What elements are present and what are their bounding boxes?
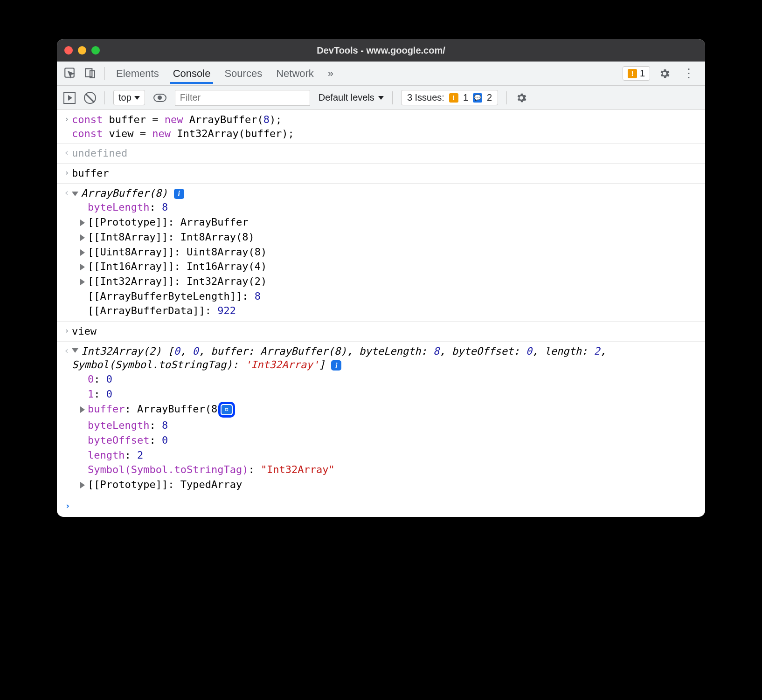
code-text: view [72, 324, 700, 338]
expand-toggle-icon[interactable] [72, 348, 78, 353]
window-controls [64, 46, 100, 55]
result-icon: ‹ [62, 146, 72, 160]
close-icon[interactable] [64, 46, 73, 55]
issues-warn-count: 1 [463, 92, 468, 103]
expand-toggle-icon[interactable] [72, 192, 78, 196]
console-entry[interactable]: › buffer [57, 164, 705, 184]
code-text: buffer [72, 166, 700, 180]
console-result[interactable]: ‹ ArrayBuffer(8) i byteLength: 8 [[Proto… [57, 184, 705, 322]
result-icon: ‹ [62, 344, 72, 492]
memory-inspector-icon[interactable]: ⚃ [218, 402, 235, 418]
object-header: ArrayBuffer(8) [81, 187, 167, 199]
info-icon[interactable]: i [174, 189, 184, 199]
issues-label: 3 Issues: [407, 92, 444, 103]
expand-toggle-icon[interactable] [80, 234, 85, 241]
prompt-icon: › [62, 324, 72, 338]
main-toolbar: Elements Console Sources Network » ! 1 ⋮ [57, 62, 705, 86]
expand-toggle-icon[interactable] [80, 249, 85, 256]
console-toolbar: top Default levels 3 Issues: ! 1 💬 2 [57, 86, 705, 110]
devtools-window: DevTools - www.google.com/ Elements Cons… [57, 39, 705, 517]
prompt-icon: › [62, 500, 73, 512]
console-entry[interactable]: › const buffer = new ArrayBuffer(8); con… [57, 110, 705, 144]
expand-toggle-icon[interactable] [80, 279, 85, 285]
separator [104, 91, 105, 104]
warning-icon: ! [449, 93, 458, 103]
clear-console-icon[interactable] [84, 92, 96, 104]
info-icon: 💬 [473, 93, 482, 103]
filter-input[interactable] [175, 90, 310, 106]
zoom-icon[interactable] [91, 46, 100, 55]
issues-info-count: 2 [487, 92, 492, 103]
sidebar-toggle-icon[interactable] [63, 92, 76, 104]
code-text: const buffer = new ArrayBuffer(8); const… [72, 113, 700, 140]
tabs-more[interactable]: » [325, 63, 336, 84]
warning-icon: ! [628, 69, 637, 78]
device-toggle-icon[interactable] [84, 67, 96, 81]
inspect-icon[interactable] [63, 67, 76, 81]
svg-rect-1 [85, 69, 92, 76]
expand-toggle-icon[interactable] [80, 482, 85, 488]
console-result[interactable]: ‹ Int32Array(2) [0, 0, buffer: ArrayBuff… [57, 342, 705, 495]
object-tree: byteLength: 8 [[Prototype]]: ArrayBuffer… [72, 200, 700, 318]
context-label: top [118, 92, 132, 103]
prompt-icon: › [62, 166, 72, 180]
console-prompt[interactable]: › [57, 495, 705, 517]
warning-count: 1 [640, 68, 645, 79]
settings-icon[interactable] [658, 68, 671, 80]
separator [506, 91, 507, 104]
tab-elements[interactable]: Elements [113, 63, 162, 84]
tab-console[interactable]: Console [170, 63, 214, 84]
console-settings-icon[interactable] [515, 92, 527, 104]
more-menu-icon[interactable]: ⋮ [679, 66, 699, 81]
expand-toggle-icon[interactable] [80, 264, 85, 270]
tab-sources[interactable]: Sources [222, 63, 265, 84]
expand-toggle-icon[interactable] [80, 406, 85, 413]
separator [104, 67, 105, 80]
info-icon[interactable]: i [331, 360, 341, 371]
warnings-badge[interactable]: ! 1 [623, 66, 650, 81]
issues-button[interactable]: 3 Issues: ! 1 💬 2 [401, 90, 498, 105]
expand-toggle-icon[interactable] [80, 220, 85, 226]
titlebar: DevTools - www.google.com/ [57, 39, 705, 62]
object-tree: 0: 0 1: 0 buffer: ArrayBuffer(8⚃ byteLen… [72, 372, 700, 492]
console-result[interactable]: ‹ undefined [57, 144, 705, 164]
tab-network[interactable]: Network [273, 63, 317, 84]
window-title: DevTools - www.google.com/ [57, 45, 705, 56]
result-undefined: undefined [72, 146, 700, 160]
prompt-icon: › [62, 113, 72, 140]
live-expression-icon[interactable] [153, 94, 166, 102]
separator [392, 91, 393, 104]
console-output: › const buffer = new ArrayBuffer(8); con… [57, 110, 705, 517]
console-entry[interactable]: › view [57, 322, 705, 342]
chevron-down-icon [378, 96, 384, 100]
minimize-icon[interactable] [78, 46, 86, 55]
context-selector[interactable]: top [113, 90, 145, 105]
levels-label: Default levels [319, 92, 374, 103]
chevron-down-icon [134, 96, 140, 100]
log-levels-selector[interactable]: Default levels [319, 92, 384, 103]
result-icon: ‹ [62, 186, 72, 318]
